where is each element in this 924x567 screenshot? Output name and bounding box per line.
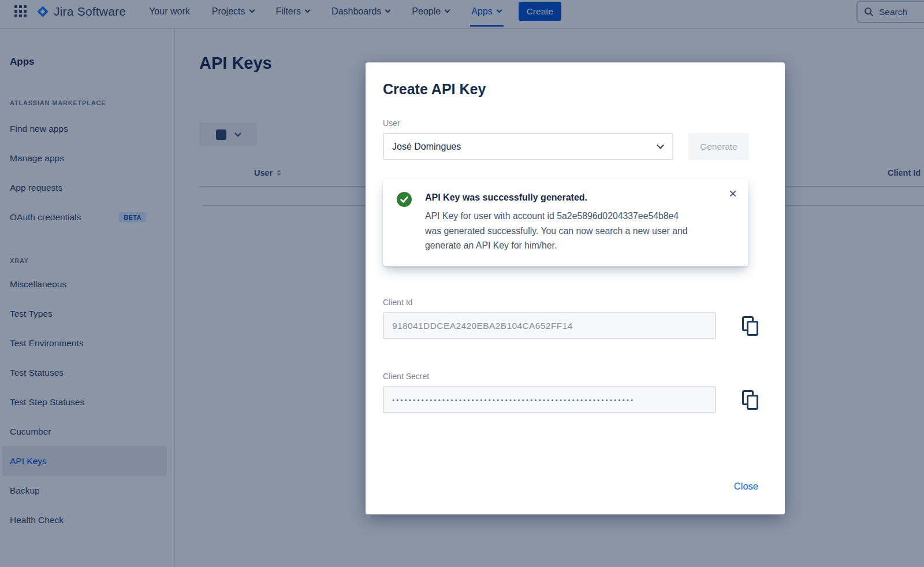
copy-icon	[742, 316, 758, 336]
client-secret-field: ••••••••••••••••••••••••••••••••••••••••…	[383, 386, 716, 413]
flag-close-icon[interactable]: ×	[729, 187, 737, 201]
create-api-key-modal: Create API Key User José Domingues Gener…	[366, 62, 785, 514]
copy-icon	[742, 390, 758, 410]
application-root: Jira Software Your work Projects Filters…	[0, 0, 924, 567]
client-id-label: Client Id	[383, 298, 767, 307]
success-flag: API Key was successfully generated. API …	[383, 179, 748, 266]
client-id-value: 918041DDCEA2420EBA2B104CA652FF14	[392, 321, 573, 331]
copy-client-secret-button[interactable]	[742, 390, 758, 410]
flag-title: API Key was successfully generated.	[425, 192, 735, 203]
copy-client-id-button[interactable]	[742, 316, 758, 336]
flag-body: API Key for user with account id 5a2e589…	[425, 209, 735, 253]
user-field-label: User	[383, 118, 767, 128]
client-id-field: 918041DDCEA2420EBA2B104CA652FF14	[383, 312, 716, 339]
client-secret-label: Client Secret	[383, 372, 767, 381]
modal-close-button[interactable]: Close	[734, 481, 758, 492]
modal-title: Create API Key	[383, 81, 767, 98]
success-check-icon	[397, 192, 412, 207]
generate-button[interactable]: Generate	[688, 133, 749, 160]
client-secret-masked-value: ••••••••••••••••••••••••••••••••••••••••…	[392, 396, 635, 403]
chevron-down-icon	[657, 142, 664, 149]
user-select[interactable]: José Domingues	[383, 133, 673, 160]
user-select-value: José Domingues	[392, 142, 461, 152]
